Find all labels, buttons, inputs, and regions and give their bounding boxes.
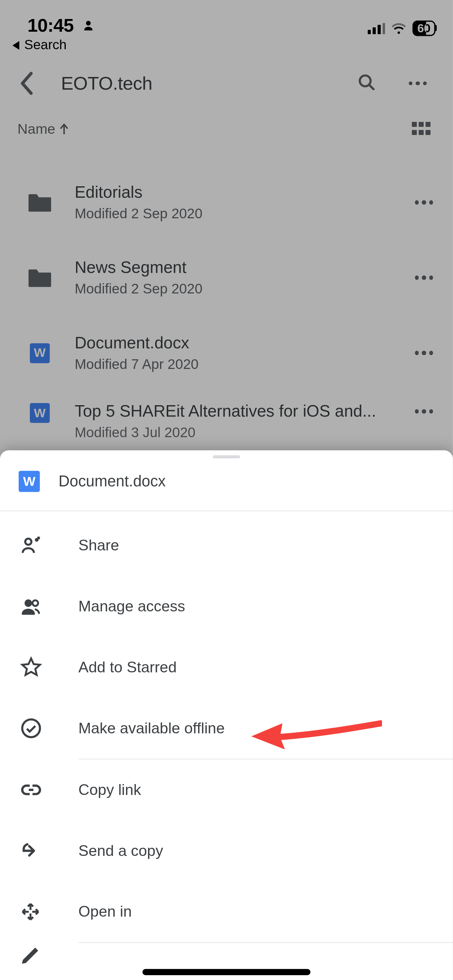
copy-link-action[interactable]: Copy link — [0, 759, 453, 820]
back-button[interactable] — [14, 71, 38, 96]
app-header: EOTO.tech — [0, 53, 453, 110]
file-more-button[interactable] — [408, 269, 439, 286]
file-more-button[interactable] — [408, 345, 439, 361]
people-icon — [19, 595, 78, 617]
sheet-filename: Document.docx — [59, 473, 166, 490]
more-icon — [408, 81, 427, 85]
share-icon — [19, 535, 78, 557]
svg-rect-3 — [378, 24, 381, 34]
star-icon — [19, 656, 78, 678]
more-icon — [415, 351, 433, 355]
open-in-action[interactable]: Open in — [0, 881, 453, 942]
list-item[interactable]: Editorials Modified 2 Sep 2020 — [0, 165, 453, 240]
status-bar: 10:45 6060 — [0, 0, 453, 36]
action-label: Make available offline — [78, 719, 225, 737]
svg-point-6 — [26, 539, 32, 545]
send-a-copy-action[interactable]: Send a copy — [0, 820, 453, 881]
file-modified: Modified 2 Sep 2020 — [75, 281, 389, 298]
more-options-button[interactable] — [402, 75, 433, 92]
sort-row: Name — [0, 110, 453, 148]
svg-rect-1 — [367, 30, 370, 34]
sort-ascending-icon — [59, 123, 69, 134]
file-name: Editorials — [75, 183, 389, 202]
more-icon — [415, 276, 433, 280]
file-modified: Modified 3 Jul 2020 — [75, 425, 389, 441]
sheet-header: W Document.docx — [0, 458, 453, 511]
file-actions-sheet: W Document.docx Share Manage access — [0, 450, 453, 980]
wifi-icon — [391, 23, 406, 34]
open-in-icon — [19, 901, 78, 922]
home-indicator[interactable] — [142, 969, 311, 975]
file-name: Top 5 SHAREit Alternatives for iOS and..… — [75, 402, 389, 421]
svg-point-0 — [86, 21, 91, 25]
action-label: Send a copy — [78, 842, 163, 859]
action-label: Add to Starred — [78, 659, 177, 676]
action-label: Open in — [78, 903, 132, 921]
add-to-starred-action[interactable]: Add to Starred — [0, 637, 453, 698]
svg-rect-2 — [373, 27, 376, 34]
more-icon — [415, 200, 433, 204]
list-item[interactable]: W Document.docx Modified 7 Apr 2020 — [0, 315, 453, 390]
action-label: Share — [78, 537, 119, 554]
offline-icon — [19, 717, 78, 740]
pencil-icon — [19, 945, 78, 966]
folder-icon — [24, 267, 56, 288]
send-icon — [19, 840, 78, 862]
status-time: 10:45 — [27, 15, 74, 36]
share-action[interactable]: Share — [0, 515, 453, 576]
file-name: News Segment — [75, 258, 389, 277]
sort-button[interactable]: Name — [18, 121, 69, 137]
back-triangle-icon — [13, 41, 19, 49]
action-label: Copy link — [78, 781, 141, 799]
link-icon — [19, 779, 78, 801]
sheet-drag-handle[interactable] — [213, 455, 240, 458]
svg-rect-4 — [383, 23, 385, 34]
word-doc-icon: W — [24, 343, 56, 363]
view-grid-button[interactable] — [412, 122, 432, 135]
action-label: Manage access — [78, 598, 185, 615]
folder-icon — [24, 192, 56, 213]
make-available-offline-action[interactable]: Make available offline — [0, 698, 453, 759]
profile-indicator-icon — [82, 19, 94, 32]
battery-indicator: 6060 — [412, 21, 435, 36]
file-more-button[interactable] — [408, 403, 439, 420]
folder-title: EOTO.tech — [39, 73, 356, 94]
file-name: Document.docx — [75, 333, 389, 353]
list-item[interactable]: W Top 5 SHAREit Alternatives for iOS and… — [0, 391, 453, 453]
word-doc-icon: W — [24, 403, 56, 423]
svg-point-10 — [22, 719, 40, 737]
next-action-partial[interactable] — [0, 943, 453, 967]
file-more-button[interactable] — [408, 194, 439, 211]
sort-label-text: Name — [18, 121, 55, 137]
phone-screen: 10:45 6060 Search EOTO.tech — [0, 0, 453, 980]
search-button[interactable] — [356, 72, 376, 94]
word-doc-icon: W — [19, 471, 40, 492]
svg-point-8 — [25, 600, 32, 606]
ios-back-button[interactable]: Search — [0, 36, 453, 53]
list-item[interactable]: News Segment Modified 2 Sep 2020 — [0, 240, 453, 315]
svg-point-9 — [33, 600, 38, 606]
file-modified: Modified 7 Apr 2020 — [75, 356, 389, 372]
more-icon — [415, 409, 433, 413]
manage-access-action[interactable]: Manage access — [0, 576, 453, 637]
file-modified: Modified 2 Sep 2020 — [75, 206, 389, 222]
ios-back-label: Search — [24, 37, 67, 53]
file-list: Editorials Modified 2 Sep 2020 News Segm… — [0, 147, 453, 453]
cellular-signal-icon — [367, 23, 385, 34]
